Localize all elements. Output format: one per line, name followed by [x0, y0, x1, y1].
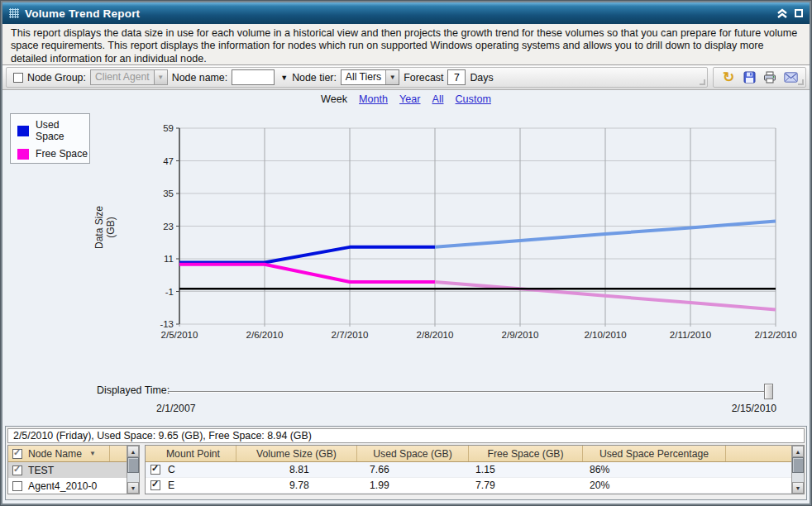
y-tick-label: -13 — [160, 319, 174, 329]
series-line — [179, 247, 435, 263]
y-tick-label: 47 — [163, 156, 174, 166]
volume-trend-report-window: Volume Trend Report This report displays… — [0, 0, 812, 506]
node-tier-label: Node tier: — [292, 72, 337, 84]
x-tick-label: 2/8/2010 — [417, 330, 454, 340]
x-tick-label: 2/7/2010 — [332, 330, 369, 340]
node-group-checkbox[interactable] — [13, 73, 23, 83]
time-range-month[interactable]: Month — [359, 93, 388, 105]
volume-row-c[interactable]: C 8.81 7.66 1.15 86% — [146, 462, 791, 478]
node-group-label: Node Group: — [27, 72, 86, 84]
node-group-select[interactable]: Client Agent ▼ — [90, 69, 168, 85]
report-description: This report displays the data size in us… — [2, 24, 810, 65]
displayed-time-section: Displayed Time: 2/1/2007 2/15/2010 — [2, 378, 810, 426]
trend-chart: 5947352311-1-132/5/20102/6/20102/7/20102… — [2, 108, 812, 378]
displayed-time-label: Displayed Time: — [97, 384, 170, 396]
node-row-checkbox[interactable] — [12, 465, 22, 475]
node-name-dropdown-icon[interactable]: ▼ — [280, 74, 288, 82]
chevron-down-icon: ▼ — [154, 70, 167, 84]
sort-desc-icon: ▼ — [89, 450, 96, 457]
used-space-header[interactable]: Used Space (GB) — [357, 446, 469, 461]
chevron-down-icon: ▼ — [385, 70, 399, 84]
node-row-test[interactable]: TEST — [8, 462, 127, 478]
mount-point-header[interactable]: Mount Point — [146, 446, 236, 461]
selection-status-line: 2/5/2010 (Friday), Used Space: 9.65 (GB)… — [7, 428, 805, 443]
forecast-label: Forecast — [404, 72, 443, 84]
used-space-pct-header[interactable]: Used Space Percentage — [583, 446, 726, 461]
slider-start-date: 2/1/2007 — [156, 403, 195, 414]
scrollbar-thumb[interactable] — [127, 457, 139, 473]
scroll-down-icon[interactable]: ▼ — [127, 482, 139, 494]
toolbar-actions-group: ↻ — [713, 67, 806, 88]
print-icon[interactable] — [762, 69, 778, 86]
y-tick-label: 35 — [163, 189, 174, 198]
forecast-unit-label: Days — [470, 72, 493, 84]
node-header-checkbox[interactable] — [12, 449, 22, 459]
y-tick-label: 23 — [163, 222, 174, 232]
node-row-checkbox[interactable] — [12, 481, 22, 491]
scroll-down-icon[interactable]: ▼ — [792, 482, 804, 494]
scrollbar-thumb[interactable] — [792, 457, 804, 473]
x-tick-label: 2/6/2010 — [246, 330, 284, 340]
node-row-agent4[interactable]: Agent4_2010-0 — [8, 478, 127, 494]
slider-end-date: 2/15/2010 — [732, 403, 776, 414]
volume-size-header[interactable]: Volume Size (GB) — [236, 446, 357, 461]
time-range-week[interactable]: Week — [321, 93, 347, 105]
toolbar: Node Group: Client Agent ▼ Node name: ▼ … — [2, 65, 810, 90]
free-space-header[interactable]: Free Space (GB) — [469, 446, 583, 461]
title-bar: Volume Trend Report — [2, 2, 810, 24]
toolbar-filters-group: Node Group: Client Agent ▼ Node name: ▼ … — [6, 67, 708, 88]
grip-icon — [9, 8, 19, 18]
time-range-year[interactable]: Year — [399, 93, 420, 105]
x-tick-label: 2/5/2010 — [161, 330, 198, 340]
x-tick-label: 2/11/2010 — [670, 330, 711, 340]
chart-area: Used Space Free Space Data Size (GB) 594… — [2, 108, 810, 378]
volume-table-scrollbar[interactable]: ▲ ▼ — [791, 446, 804, 494]
node-name-input[interactable] — [232, 69, 275, 85]
node-table: Node Name ▼ TEST Ag — [7, 445, 140, 494]
save-icon[interactable] — [741, 69, 757, 86]
forecast-input[interactable] — [447, 69, 466, 85]
time-range-links: Week Month Year All Custom — [2, 90, 810, 108]
email-icon[interactable] — [782, 69, 799, 86]
volume-table: Mount Point Volume Size (GB) Used Space … — [145, 445, 805, 494]
time-range-all[interactable]: All — [432, 93, 444, 105]
page-title: Volume Trend Report — [25, 7, 140, 20]
time-range-custom[interactable]: Custom — [456, 93, 491, 105]
y-tick-label: 11 — [164, 254, 174, 264]
node-tier-select[interactable]: All Tiers ▼ — [341, 69, 399, 85]
detail-panel: 2/5/2010 (Friday), Used Space: 9.65 (GB)… — [5, 426, 807, 500]
volume-row-checkbox[interactable] — [150, 465, 160, 475]
node-name-header[interactable]: Node Name ▼ — [8, 446, 110, 461]
maximize-icon[interactable] — [795, 9, 803, 17]
volume-row-checkbox[interactable] — [150, 480, 160, 490]
time-slider-track[interactable] — [168, 391, 773, 393]
x-tick-label: 2/10/2010 — [584, 330, 626, 340]
y-tick-label: -1 — [165, 287, 174, 297]
series-line — [179, 265, 435, 282]
x-tick-label: 2/9/2010 — [502, 330, 539, 340]
refresh-icon[interactable]: ↻ — [720, 69, 737, 86]
scroll-up-icon[interactable]: ▲ — [792, 446, 804, 457]
volume-row-e[interactable]: E 9.78 1.99 7.79 20% — [146, 478, 791, 494]
node-table-scrollbar[interactable]: ▲ ▼ — [127, 446, 139, 494]
collapse-icon[interactable] — [776, 8, 788, 19]
y-tick-label: 59 — [163, 123, 174, 133]
scroll-up-icon[interactable]: ▲ — [127, 446, 139, 457]
time-slider-thumb[interactable] — [764, 384, 773, 399]
node-name-label: Node name: — [172, 72, 228, 84]
x-tick-label: 2/12/2010 — [754, 330, 796, 340]
